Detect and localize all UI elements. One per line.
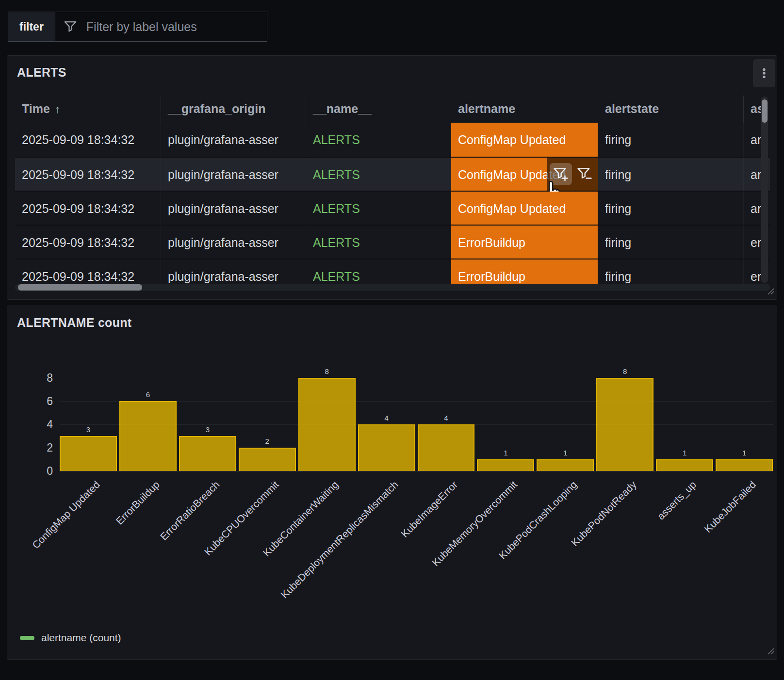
bar-value-label: 4: [358, 414, 415, 422]
table-header-row: Time↑__grafana_origin__name__alertnameal…: [15, 96, 770, 123]
cell-alertstate: firing: [598, 158, 744, 191]
x-axis-tick-label: ErrorRatioBreach: [158, 479, 222, 543]
alerts-table: Time↑__grafana_origin__name__alertnameal…: [15, 96, 770, 286]
bar-value-label: 8: [298, 367, 356, 375]
bar-KubeDeploymentReplicasMismatch[interactable]: [358, 424, 415, 471]
bar-value-label: 3: [60, 425, 117, 434]
cell-alertname: ErrorBuildup: [451, 226, 598, 259]
filter-bar: filter: [8, 12, 267, 42]
bar-value-label: 8: [596, 367, 653, 375]
table-row: 2025-09-09 18:34:32plugin/grafana-asserA…: [15, 225, 770, 259]
column-header-alertstate[interactable]: alertstate: [598, 96, 744, 123]
cell-time: 2025-09-09 18:34:32: [15, 158, 161, 191]
bar-value-label: 1: [716, 449, 773, 457]
legend-color-swatch: [20, 636, 34, 640]
bar-group: 1: [537, 449, 594, 471]
cell-name: ALERTS: [306, 259, 451, 286]
bar-group: 3: [179, 425, 236, 471]
bar-group: 4: [358, 414, 415, 471]
bar-value-label: 6: [119, 390, 177, 399]
bar-value-label: 2: [239, 437, 296, 445]
filter-input-wrap: [55, 12, 267, 42]
y-axis-tick-label: 2: [25, 441, 53, 454]
bar-group: 1: [656, 449, 713, 471]
bar-KubeMemoryOvercommit[interactable]: [477, 459, 534, 471]
bar-KubeImageError[interactable]: [418, 424, 475, 471]
cell-name: ALERTS: [306, 192, 451, 225]
cell-grafana-origin: plugin/grafana-asser: [161, 226, 306, 259]
bar-value-label: 3: [179, 425, 236, 434]
alertname-badge[interactable]: ErrorBuildup: [451, 259, 598, 286]
column-header-grafana-origin[interactable]: __grafana_origin: [161, 96, 306, 123]
bar-ErrorRatioBreach[interactable]: [179, 436, 236, 471]
cell-time: 2025-09-09 18:34:32: [15, 259, 161, 286]
bar-KubePodNotReady[interactable]: [596, 378, 653, 471]
horizontal-scrollbar-thumb[interactable]: [18, 284, 142, 291]
vertical-scrollbar[interactable]: [761, 97, 768, 283]
cell-name: ALERTS: [306, 123, 451, 157]
panel-resize-handle[interactable]: [767, 648, 774, 657]
bar-group: 1: [716, 449, 773, 471]
cell-alertstate: firing: [598, 259, 744, 286]
column-header-name[interactable]: __name__: [306, 96, 451, 123]
panel-menu-button[interactable]: [753, 59, 775, 87]
bar-group: 8: [298, 367, 356, 471]
x-axis-tick-label: KubeImageError: [399, 479, 460, 540]
bar-group: 2: [239, 437, 296, 471]
column-header-time[interactable]: Time↑: [15, 96, 161, 123]
vertical-scrollbar-thumb[interactable]: [762, 99, 768, 123]
sort-ascending-icon: ↑: [55, 103, 61, 115]
bar-KubePodCrashLooping[interactable]: [537, 459, 594, 471]
filter-for-value-icon[interactable]: [550, 163, 572, 185]
x-axis-tick-label: ErrorBuildup: [114, 479, 162, 527]
cell-alertname: ConfigMap Updated: [451, 158, 598, 191]
x-axis-line: [60, 471, 773, 471]
alertname-badge[interactable]: ErrorBuildup: [451, 226, 598, 259]
cell-alertname: ConfigMap Updated: [451, 192, 598, 225]
x-axis-tick-label: ConfigMap Updated: [30, 479, 102, 551]
bar-KubeContainerWaiting[interactable]: [298, 378, 356, 471]
bar-group: 4: [418, 414, 475, 471]
bar-group: 6: [119, 390, 177, 471]
cell-alertname: ConfigMap Updated: [451, 123, 598, 157]
bar-ConfigMap Updated[interactable]: [60, 436, 117, 471]
table-row: 2025-09-09 18:34:32plugin/grafana-asserA…: [15, 191, 770, 225]
bar-value-label: 1: [656, 449, 713, 457]
table-row: 2025-09-09 18:34:32plugin/grafana-asserA…: [15, 259, 770, 286]
y-axis-tick-label: 0: [25, 465, 53, 478]
filter-input[interactable]: [85, 19, 259, 34]
x-axis-tick-label: KubePodNotReady: [569, 479, 639, 549]
cell-grafana-origin: plugin/grafana-asser: [161, 158, 306, 191]
bar-ErrorBuildup[interactable]: [119, 401, 177, 471]
bar-asserts_up[interactable]: [656, 459, 713, 471]
funnel-icon: [63, 19, 78, 34]
cell-grafana-origin: plugin/grafana-asser: [161, 259, 306, 286]
alertname-count-panel: ALERTNAME count 02468 363284411811 Confi…: [7, 306, 777, 660]
bar-KubeCPUOvercommit[interactable]: [239, 448, 296, 471]
bar-KubeJobFailed[interactable]: [716, 459, 773, 471]
bar-value-label: 4: [418, 414, 475, 422]
bar-group: 3: [60, 425, 117, 471]
alerts-panel: ALERTS Time↑__grafana_origin__name__aler…: [7, 55, 777, 300]
filter-variable-label: filter: [8, 12, 55, 42]
table-body: 2025-09-09 18:34:32plugin/grafana-asserA…: [15, 123, 770, 286]
x-axis-tick-label: KubeJobFailed: [702, 479, 758, 535]
legend-item[interactable]: alertname (count): [20, 632, 121, 644]
bar-value-label: 1: [477, 449, 534, 457]
horizontal-scrollbar[interactable]: [15, 284, 770, 291]
x-axis-tick-label: asserts_up: [655, 479, 699, 522]
legend-label: alertname (count): [41, 632, 121, 644]
column-header-alertname[interactable]: alertname: [451, 96, 598, 123]
filter-out-value-icon[interactable]: [573, 163, 596, 185]
bar-chart-plot: 363284411811: [60, 360, 773, 471]
cell-time: 2025-09-09 18:34:32: [15, 226, 161, 259]
alerts-panel-title: ALERTS: [17, 65, 66, 80]
cell-name: ALERTS: [306, 158, 451, 191]
alertname-badge[interactable]: ConfigMap Updated: [451, 123, 598, 157]
cell-time: 2025-09-09 18:34:32: [15, 192, 161, 225]
cell-time: 2025-09-09 18:34:32: [15, 123, 161, 157]
alertname-badge[interactable]: ConfigMap Updated: [451, 192, 598, 225]
chart-panel-title: ALERTNAME count: [17, 316, 131, 330]
cell-alertname: ErrorBuildup: [451, 259, 598, 286]
cell-alertstate: firing: [598, 192, 744, 225]
